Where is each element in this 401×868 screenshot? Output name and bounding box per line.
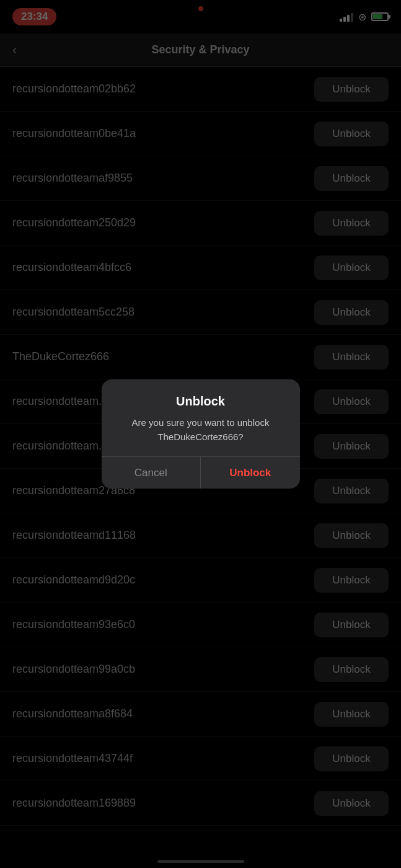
dialog-content: Unblock Are you sure you want to unblock… <box>102 379 300 456</box>
dialog-title: Unblock <box>114 394 288 409</box>
unblock-dialog: Unblock Are you sure you want to unblock… <box>102 379 300 489</box>
dialog-message: Are you sure you want to unblock TheDuke… <box>114 416 288 444</box>
dialog-actions: Cancel Unblock <box>102 456 300 489</box>
dialog-cancel-button[interactable]: Cancel <box>102 457 201 489</box>
dialog-confirm-button[interactable]: Unblock <box>201 457 300 489</box>
